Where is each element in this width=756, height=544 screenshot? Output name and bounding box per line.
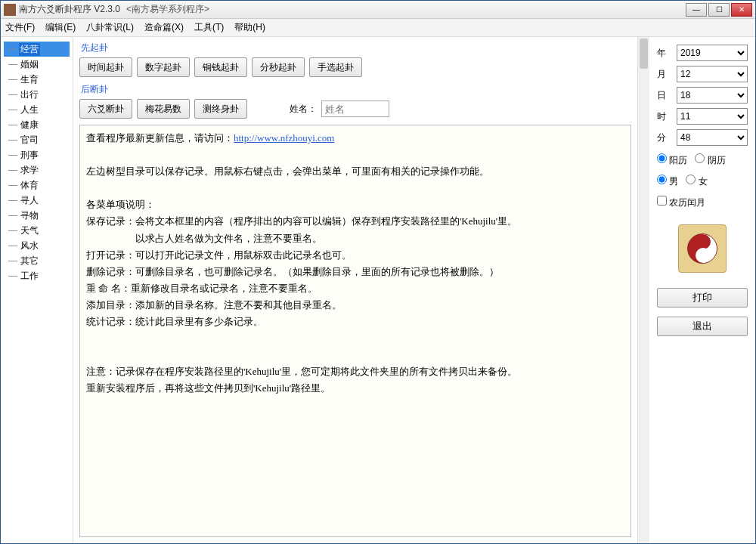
tree-node-10[interactable]: —寻人 [4, 193, 70, 208]
tree-node-13[interactable]: —风水 [4, 238, 70, 253]
minimize-button[interactable]: — [686, 3, 707, 17]
name-input[interactable] [321, 100, 389, 117]
post-button-1[interactable]: 梅花易数 [137, 99, 190, 119]
tree-node-6[interactable]: —官司 [4, 132, 70, 147]
taiji-icon [678, 224, 727, 273]
pre-section-label: 先起卦 [81, 42, 631, 54]
post-button-2[interactable]: 测终身卦 [194, 99, 247, 119]
app-window: 南方六爻断卦程序 V2.3.0 <南方易学系列程序> — ☐ ✕ 文件(F) 编… [0, 0, 756, 544]
menu-help[interactable]: 帮助(H) [234, 21, 265, 34]
main-panel: 先起卦 时间起卦数字起卦铜钱起卦分秒起卦手选起卦 后断卦 六爻断卦梅花易数测终身… [73, 37, 637, 543]
month-label: 月 [657, 68, 672, 81]
tree-node-1[interactable]: —婚姻 [4, 57, 70, 72]
tree-node-8[interactable]: —求学 [4, 162, 70, 178]
tree-node-12[interactable]: —天气 [4, 223, 70, 238]
month-select[interactable]: 12 [677, 66, 748, 82]
right-panel: 年2019 月12 日18 时11 分48 阳历 阴历 男 女 农历闰月 打印 … [649, 37, 755, 543]
tree-node-11[interactable]: —寻物 [4, 208, 70, 223]
tree-node-15[interactable]: —工作 [4, 268, 70, 283]
tree-node-7[interactable]: —刑事 [4, 147, 70, 162]
content-body: 左边树型目录可以保存记录。用鼠标右键点击，会弹出菜单，可里面有相关的记录操作功能… [86, 165, 517, 394]
year-select[interactable]: 2019 [677, 45, 748, 61]
tree-node-5[interactable]: —健康 [4, 117, 70, 132]
app-icon [4, 4, 16, 16]
tree-node-9[interactable]: —体育 [4, 178, 70, 193]
titlebar: 南方六爻断卦程序 V2.3.0 <南方易学系列程序> — ☐ ✕ [1, 1, 755, 19]
hour-label: 时 [657, 110, 672, 123]
menu-tools[interactable]: 工具(T) [194, 21, 224, 34]
sidebar-tree: —经营—婚姻—生育—出行—人生—健康—官司—刑事—求学—体育—寻人—寻物—天气—… [1, 37, 73, 543]
update-link[interactable]: http://www.nfzhouyi.com [234, 132, 334, 144]
minute-select[interactable]: 48 [677, 129, 748, 146]
post-button-row: 六爻断卦梅花易数测终身卦 姓名： [79, 99, 631, 119]
pre-button-4[interactable]: 手选起卦 [309, 57, 362, 77]
pre-button-0[interactable]: 时间起卦 [79, 57, 132, 77]
exit-button[interactable]: 退出 [657, 317, 748, 336]
leap-checkbox[interactable]: 农历闰月 [657, 196, 705, 209]
pre-button-2[interactable]: 铜钱起卦 [194, 57, 247, 77]
hour-select[interactable]: 11 [677, 108, 748, 125]
pre-button-3[interactable]: 分秒起卦 [252, 57, 305, 77]
day-select[interactable]: 18 [677, 87, 748, 104]
content-textarea[interactable]: 查看程序最新更新信息，请访问：http://www.nfzhouyi.com 左… [79, 125, 631, 537]
window-title: 南方六爻断卦程序 V2.3.0 [19, 3, 120, 16]
tree-node-2[interactable]: —生育 [4, 72, 70, 87]
lunar-radio[interactable]: 阴历 [695, 153, 725, 167]
menu-zaoming[interactable]: 造命篇(X) [144, 21, 184, 34]
tree-node-0[interactable]: —经营 [4, 42, 70, 57]
body: —经营—婚姻—生育—出行—人生—健康—官司—刑事—求学—体育—寻人—寻物—天气—… [1, 37, 755, 543]
close-button[interactable]: ✕ [731, 3, 752, 17]
solar-radio[interactable]: 阳历 [657, 153, 687, 167]
post-button-0[interactable]: 六爻断卦 [79, 99, 132, 119]
male-radio[interactable]: 男 [657, 175, 678, 188]
menu-bagua[interactable]: 八卦常识(L) [86, 21, 134, 34]
name-label: 姓名： [290, 103, 317, 116]
post-section-label: 后断卦 [81, 83, 631, 96]
year-label: 年 [657, 47, 672, 60]
print-button[interactable]: 打印 [657, 288, 748, 308]
window-subtitle: <南方易学系列程序> [126, 3, 209, 16]
tree-node-14[interactable]: —其它 [4, 253, 70, 268]
content-intro: 查看程序最新更新信息，请访问： [86, 132, 234, 144]
scrollbar-thumb[interactable] [640, 39, 648, 69]
pre-button-row: 时间起卦数字起卦铜钱起卦分秒起卦手选起卦 [79, 57, 631, 77]
menu-file[interactable]: 文件(F) [5, 21, 35, 34]
pre-button-1[interactable]: 数字起卦 [137, 57, 190, 77]
minute-label: 分 [657, 131, 672, 144]
maximize-button[interactable]: ☐ [708, 3, 730, 17]
menubar: 文件(F) 编辑(E) 八卦常识(L) 造命篇(X) 工具(T) 帮助(H) [1, 19, 755, 37]
menu-edit[interactable]: 编辑(E) [45, 21, 76, 34]
tree-node-3[interactable]: —出行 [4, 87, 70, 102]
female-radio[interactable]: 女 [686, 175, 707, 188]
vertical-scrollbar[interactable] [637, 37, 649, 543]
day-label: 日 [657, 89, 672, 102]
tree-node-4[interactable]: —人生 [4, 102, 70, 117]
